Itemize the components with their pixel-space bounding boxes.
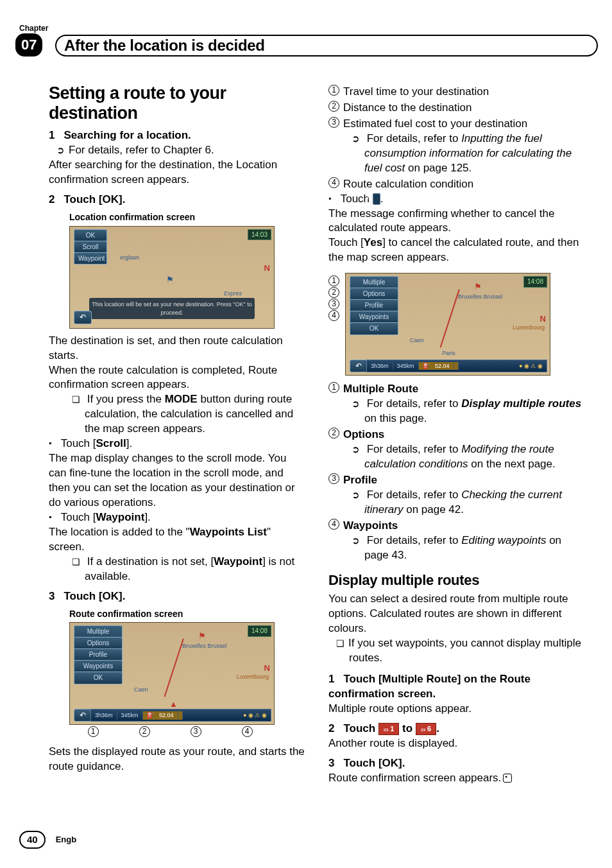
right-column: 1Travel time to your destination 2Distan… — [328, 83, 586, 823]
info-icons: ● ◉ ⚠ ◉ — [459, 362, 547, 370]
ref-profile: For details, refer to Checking the curre… — [328, 488, 586, 517]
p-touch-yes: Touch [Yes] to cancel the calculated rou… — [328, 236, 586, 265]
ref-waypoints: For details, refer to Editing waypoints … — [328, 534, 586, 563]
ss-ok-button: OK — [74, 229, 107, 242]
map-label: Expres — [224, 290, 242, 297]
screenshot-route-confirm: Multiple Route Options Profile Waypoints… — [69, 622, 275, 725]
note-mode: If you press the MODE button during rout… — [49, 392, 307, 437]
ss-info-bar: 3h36m 345km ⛽ 52.04 ● ◉ ⚠ ◉ — [90, 709, 271, 722]
dmr-p: You can select a desired route from mult… — [328, 592, 586, 636]
map-city: Luxembourg — [237, 673, 269, 681]
callout-4: 4 — [242, 726, 253, 737]
info-cost: ⛽ 52.04 — [419, 362, 459, 370]
caption-location-confirm: Location confirmation screen — [69, 211, 307, 223]
chapter-label: Chapter — [19, 23, 48, 33]
ref-fuel: For details, refer to Inputting the fuel… — [328, 132, 586, 176]
ss-message: This location will be set as your new de… — [89, 298, 255, 318]
ss-time: 14:08 — [523, 276, 547, 288]
side-callouts: 1 2 3 4 — [328, 275, 343, 321]
footer: 40 Engb — [19, 831, 76, 849]
page-number: 40 — [19, 831, 46, 849]
menu-1: 1Multiple Route — [328, 382, 586, 397]
flag-icon: ⚑ — [166, 274, 174, 286]
map-city: Caen — [134, 686, 148, 693]
chapter-number-pill: 07 — [15, 33, 42, 56]
item-4: 4Route calculation condition — [328, 177, 586, 192]
menu-3: 3Profile — [328, 473, 586, 488]
route-line — [164, 639, 214, 707]
ss-waypoints-button: Waypoints — [350, 311, 398, 324]
menu-4: 4Waypoints — [328, 519, 586, 534]
ss-options-button: Options — [74, 637, 123, 650]
ref-options: For details, refer to Modifying the rout… — [328, 442, 586, 472]
callout-2: 2 — [139, 726, 150, 737]
map-label: erglaan — [120, 254, 139, 261]
ss-ok-button: OK — [74, 672, 123, 684]
ss-waypoint-button: Waypoint — [74, 252, 107, 265]
p-cancel-msg: The message confirming whether to cancel… — [328, 207, 586, 236]
ss-profile-button: Profile — [74, 648, 123, 661]
info-time: 3h36m — [367, 362, 393, 370]
item-2: 2Distance to the destination — [328, 101, 586, 116]
bullet-touch-back: Touch ↶. — [328, 192, 586, 207]
compass-icon: N — [264, 263, 270, 274]
dmr-step-3: 3Touch [OK]. — [328, 756, 586, 771]
dmr-step-3-p: Route confirmation screen appears. — [328, 771, 586, 786]
bullet-touch-waypoint: Touch [Waypoint]. — [49, 510, 307, 525]
ss-time: 14:08 — [248, 625, 271, 637]
p-after-search: After searching for the destination, the… — [49, 158, 307, 187]
compass-icon: N — [540, 313, 546, 325]
info-distance: 345km — [393, 362, 419, 370]
ref-chapter6: For details, refer to Chapter 6. — [49, 143, 307, 158]
ss-options-button: Options — [350, 288, 398, 300]
map-city: Caen — [410, 336, 424, 344]
route-line — [440, 290, 489, 358]
dmr-step-1-p: Multiple route options appear. — [328, 702, 586, 716]
compass-icon: N — [264, 663, 270, 674]
ss-waypoints-button: Waypoints — [74, 660, 123, 673]
ss-profile-button: Profile — [350, 299, 398, 312]
ss-scroll-button: Scroll — [74, 241, 107, 254]
screenshot-route-confirm-2: Multiple Route Options Profile Waypoints… — [345, 273, 550, 376]
ss-info-bar: 3h36m 345km ⛽ 52.04 ● ◉ ⚠ ◉ — [366, 360, 547, 372]
screenshot-location-confirm: OK Scroll Waypoint 14:03 N erglaan Expre… — [69, 226, 275, 329]
dmr-step-1: 1Touch [Multiple Route] on the Route con… — [328, 672, 586, 702]
info-icons: ● ◉ ⚠ ◉ — [183, 711, 271, 719]
section-heading: Setting a route to your destination — [49, 83, 307, 123]
item-1: 1Travel time to your destination — [328, 85, 586, 100]
callout-3: 3 — [191, 726, 201, 737]
info-time: 3h36m — [91, 711, 117, 719]
callout-numbers: 1 2 3 4 — [69, 726, 275, 737]
p-waypoints-list: The location is added to the "Waypoints … — [49, 525, 307, 555]
side-3: 3 — [328, 299, 339, 309]
end-mark-icon — [503, 774, 512, 783]
chapter-title: After the location is decided — [64, 35, 265, 56]
ss-time: 14:03 — [248, 229, 271, 241]
chapter-title-bar: After the location is decided — [55, 35, 598, 56]
info-distance: 345km — [117, 711, 143, 719]
note-waypoint-na: If a destination is not set, [Waypoint] … — [49, 555, 307, 584]
map-city: Luxembourg — [513, 324, 545, 331]
subsection-heading: Display multiple routes — [328, 571, 586, 590]
p-dest-set: The destination is set, and then route c… — [49, 334, 307, 363]
back-icon: ↶ — [74, 709, 92, 722]
step-1: 1Searching for a location. — [49, 128, 307, 143]
ss-ok-button: OK — [350, 322, 398, 335]
menu-2: 2Options — [328, 428, 586, 442]
bullet-touch-scroll: Touch [Scroll]. — [49, 437, 307, 451]
language-code: Engb — [56, 834, 77, 846]
item-3: 3Estimated fuel cost to your destination — [328, 117, 586, 132]
dmr-step-2-p: Another route is displayed. — [328, 736, 586, 751]
step-2: 2Touch [OK]. — [49, 193, 307, 207]
caption-route-confirm: Route confirmation screen — [69, 608, 307, 620]
route-1-icon: ▭ 1 — [378, 723, 399, 735]
step-3: 3Touch [OK]. — [49, 589, 307, 604]
side-2: 2 — [328, 287, 339, 298]
route-6-icon: ▭ 6 — [416, 723, 436, 735]
back-icon: ↶ — [74, 311, 92, 324]
side-4: 4 — [328, 310, 339, 321]
back-icon: ↶ — [350, 360, 368, 372]
back-icon: ↶ — [373, 193, 380, 205]
callout-1: 1 — [88, 726, 99, 737]
dmr-note: If you set waypoints, you cannot display… — [328, 636, 586, 666]
